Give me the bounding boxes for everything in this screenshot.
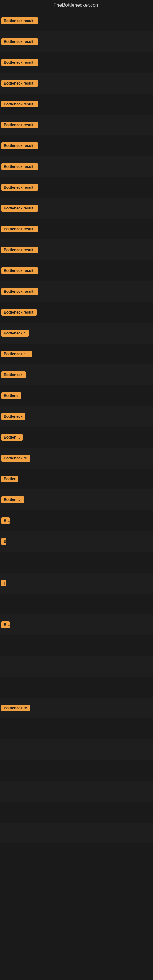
- list-item: Bot: [0, 614, 153, 635]
- list-item: [0, 822, 153, 843]
- list-item: Bottleneck result: [0, 52, 153, 73]
- list-item: Bottleneck result: [0, 281, 153, 302]
- bottleneck-result-button[interactable]: Bottleneck result: [1, 59, 38, 66]
- bottleneck-result-button[interactable]: Bo: [1, 517, 10, 524]
- list-item: Bottleneck result: [0, 94, 153, 115]
- site-title-text: TheBottlenecker.com: [54, 2, 99, 8]
- list-item: Bottleneck result: [0, 135, 153, 156]
- list-item: [0, 802, 153, 822]
- bottleneck-result-button[interactable]: Bottlene: [1, 392, 21, 399]
- list-item: Bottleneck result: [0, 240, 153, 260]
- bottleneck-result-button[interactable]: Bottleneck result: [1, 163, 38, 170]
- bottleneck-result-button[interactable]: Bottleneck result: [1, 288, 38, 295]
- bottleneck-result-button[interactable]: Bottleneck r: [1, 330, 29, 337]
- list-item: |: [0, 573, 153, 593]
- list-item: Bottleneck re: [0, 698, 153, 719]
- bottleneck-result-button[interactable]: Bottleneck: [1, 496, 24, 503]
- list-item: Bottleneck result: [0, 177, 153, 198]
- bottleneck-result-button[interactable]: Bottleneck result: [1, 142, 38, 149]
- list-item: Bottleneck result: [0, 302, 153, 323]
- site-title: TheBottlenecker.com: [0, 0, 153, 10]
- bottleneck-result-button[interactable]: B: [1, 538, 6, 545]
- bottleneck-result-button[interactable]: Bottleneck result: [1, 205, 38, 212]
- bottleneck-result-button[interactable]: Bottleneck result: [1, 309, 37, 316]
- list-item: Bottleneck result: [0, 260, 153, 281]
- list-item: [0, 719, 153, 739]
- list-item: Bottleneck r: [0, 323, 153, 344]
- bottleneck-result-button[interactable]: Bottleneck re: [1, 705, 30, 711]
- list-item: Bottleneck result: [0, 73, 153, 94]
- bottleneck-result-button[interactable]: Bottler: [1, 476, 18, 482]
- bottleneck-result-button[interactable]: Bottleneck result: [1, 184, 38, 191]
- list-item: Bottleneck result: [0, 219, 153, 240]
- bottleneck-result-button[interactable]: Bottleneck result: [1, 18, 38, 24]
- list-item: [0, 781, 153, 802]
- list-item: Bottlene: [0, 385, 153, 406]
- list-item: Bottleneck resu: [0, 344, 153, 364]
- bottleneck-result-button[interactable]: Bottleneck result: [1, 247, 38, 253]
- bottleneck-result-button[interactable]: Bottleneck: [1, 413, 25, 420]
- list-item: Bottleneck result: [0, 10, 153, 31]
- list-item: Bottleneck re: [0, 448, 153, 469]
- list-item: Bottleneck: [0, 489, 153, 510]
- bottleneck-result-button[interactable]: Bottleneck result: [1, 267, 38, 274]
- list-item: Bottleneck result: [0, 198, 153, 219]
- bottleneck-result-button[interactable]: Bot: [1, 621, 10, 628]
- list-item: [0, 656, 153, 677]
- list-item: Bottlenec: [0, 427, 153, 448]
- list-item: [0, 593, 153, 614]
- list-item: [0, 739, 153, 760]
- list-item: Bottleneck result: [0, 156, 153, 177]
- bottleneck-result-button[interactable]: Bottleneck result: [1, 80, 38, 87]
- bottleneck-result-button[interactable]: Bottleneck resu: [1, 351, 32, 357]
- bottleneck-result-button[interactable]: Bottleneck result: [1, 38, 38, 45]
- list-item: Bottleneck result: [0, 31, 153, 52]
- list-item: Bo: [0, 510, 153, 531]
- bottleneck-result-button[interactable]: Bottleneck re: [1, 455, 30, 461]
- bottleneck-result-button[interactable]: Bottlenec: [1, 434, 22, 441]
- list-item: Bottleneck result: [0, 115, 153, 135]
- list-item: Bottler: [0, 469, 153, 489]
- list-item: [0, 552, 153, 573]
- list-item: [0, 677, 153, 698]
- bottleneck-result-button[interactable]: Bottleneck: [1, 371, 26, 378]
- list-item: [0, 760, 153, 781]
- list-item: B: [0, 531, 153, 552]
- bottleneck-result-button[interactable]: Bottleneck result: [1, 226, 38, 232]
- bottleneck-result-button[interactable]: Bottleneck result: [1, 101, 38, 108]
- list-item: [0, 635, 153, 656]
- list-item: Bottleneck: [0, 364, 153, 385]
- list-item: Bottleneck: [0, 406, 153, 427]
- bottleneck-result-button[interactable]: |: [1, 580, 6, 587]
- bottleneck-result-button[interactable]: Bottleneck result: [1, 122, 38, 128]
